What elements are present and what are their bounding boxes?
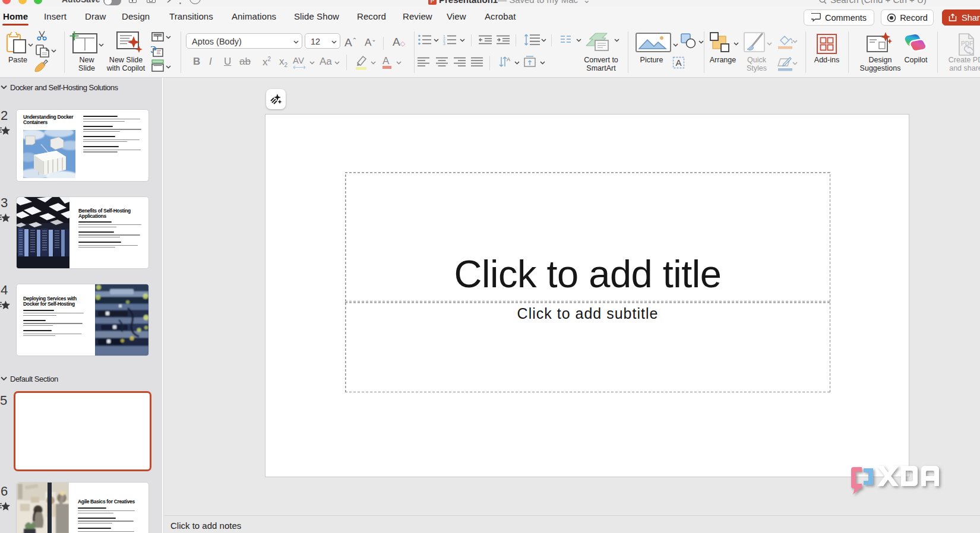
svg-text:A: A [675, 58, 681, 68]
svg-text:P: P [431, 0, 435, 4]
svg-text:A: A [507, 56, 510, 62]
svg-text:3: 3 [443, 42, 445, 45]
